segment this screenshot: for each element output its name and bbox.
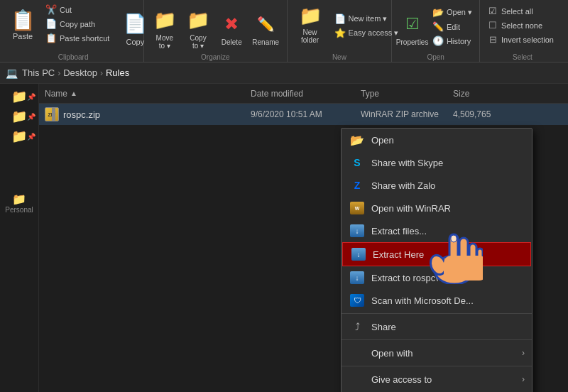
- file-date-cell: 9/6/2020 10:51 AM: [251, 109, 361, 119]
- sidebar-item-personal[interactable]: 📁 Personal: [0, 189, 38, 217]
- ctx-winrar-icon: W: [350, 201, 364, 215]
- easy-access-icon: ⭐: [334, 28, 346, 38]
- ctx-defender-icon: 🛡: [350, 293, 364, 307]
- rename-button[interactable]: ✏️ Rename: [249, 3, 283, 54]
- new-item-label: New item ▾: [349, 14, 388, 23]
- ctx-give-access[interactable]: Give access to ›: [342, 368, 532, 391]
- delete-icon: ✖: [219, 11, 244, 37]
- open-group: ☑ Properties 📂 Open ▾ ✏️ Edit 🕐 History …: [392, 0, 480, 62]
- ctx-open-winrar[interactable]: W Open with WinRAR: [342, 197, 532, 219]
- col-header-type[interactable]: Type: [361, 89, 453, 99]
- delete-button[interactable]: ✖ Delete: [216, 3, 248, 54]
- breadcrumb-desktop[interactable]: Desktop: [63, 67, 97, 78]
- ctx-share-icon: ⤴: [350, 320, 364, 334]
- ctx-sep-1: [342, 313, 532, 314]
- copy-to-label: Copyto ▾: [190, 34, 206, 50]
- ctx-extract-here-label: Extract Here: [373, 249, 522, 260]
- sidebar-item-1[interactable]: 📁 📌: [0, 87, 38, 107]
- sidebar-personal-label: Personal: [5, 206, 33, 214]
- sidebar-label-2: 📁: [11, 109, 27, 124]
- pin-icon-1: 📌: [27, 93, 36, 101]
- ctx-open[interactable]: 📂 Open: [342, 129, 532, 151]
- ctx-give-access-icon: [350, 372, 364, 386]
- ctx-open-with[interactable]: Open with ›: [342, 342, 532, 364]
- ctx-extract-to-label: Extract to rospc\: [371, 273, 523, 283]
- new-label: New: [288, 53, 392, 61]
- ctx-extract-files[interactable]: ↓ Extract files...: [342, 219, 532, 242]
- select-group: ☑ Select all ☐ Select none ⊟ Invert sele…: [480, 0, 565, 62]
- table-row[interactable]: ZIP rospc.zip 9/6/2020 10:51 AM WinRAR Z…: [39, 104, 568, 125]
- sidebar-item-3[interactable]: 📁 📌: [0, 126, 38, 146]
- new-item-icon: 📄: [334, 13, 346, 24]
- copy-to-button[interactable]: 📁 Copyto ▾: [182, 3, 214, 54]
- col-header-size[interactable]: Size: [453, 89, 562, 99]
- move-to-button[interactable]: 📁 Moveto ▾: [148, 3, 180, 54]
- select-all-button[interactable]: ☑ Select all: [484, 4, 536, 18]
- sidebar-item-2[interactable]: 📁 📌: [0, 107, 38, 126]
- paste-button[interactable]: 📋 Paste: [7, 3, 38, 45]
- file-list-header: Name ▲ Date modified Type Size: [39, 84, 568, 104]
- invert-selection-label: Invert selection: [501, 36, 554, 44]
- invert-selection-button[interactable]: ⊟ Invert selection: [484, 33, 557, 46]
- file-name-cell: ZIP rospc.zip: [45, 107, 251, 121]
- ctx-scan-defender[interactable]: 🛡 Scan with Microsoft De...: [342, 289, 532, 312]
- new-item-button[interactable]: 📄 New item ▾: [332, 12, 402, 26]
- ctx-open-with-label: Open with: [371, 348, 523, 359]
- clipboard-small-btns: ✂️ Cut 📄 Copy path 📋 Paste shortcut: [43, 3, 112, 45]
- properties-button[interactable]: ☑ Properties: [396, 3, 428, 54]
- ctx-zalo-icon: Z: [350, 178, 364, 192]
- ctx-share-skype[interactable]: S Share with Skype: [342, 151, 532, 174]
- file-type-cell: WinRAR ZIP archive: [361, 109, 453, 119]
- zip-file-icon: ZIP: [45, 107, 59, 121]
- breadcrumb-sep-1: ›: [58, 68, 60, 78]
- properties-label: Properties: [396, 38, 429, 46]
- ctx-open-icon: 📂: [350, 133, 364, 147]
- new-folder-button[interactable]: 📁 Newfolder: [292, 3, 329, 45]
- open-group-label: Open: [392, 53, 479, 61]
- copy-path-button[interactable]: 📄 Copy path: [43, 17, 112, 31]
- cut-button[interactable]: ✂️ Cut: [43, 3, 112, 16]
- ctx-extract-to-icon: ↓: [350, 271, 364, 285]
- ctx-open-with-icon: [350, 346, 364, 360]
- ctx-extract-here-icon: ↓: [351, 247, 366, 261]
- file-size-cell: 4,509,765: [453, 109, 562, 119]
- rename-icon: ✏️: [253, 11, 278, 37]
- pin-icon-2: 📌: [27, 113, 36, 121]
- breadcrumb-this-pc[interactable]: This PC: [22, 67, 55, 78]
- invert-selection-icon: ⊟: [487, 34, 498, 45]
- ctx-share[interactable]: ⤴ Share: [342, 315, 532, 338]
- copy-to-icon: 📁: [185, 7, 211, 33]
- open-button[interactable]: 📂 Open ▾: [430, 6, 475, 19]
- delete-label: Delete: [222, 38, 242, 46]
- move-to-icon: 📁: [152, 7, 178, 33]
- history-label: History: [447, 37, 471, 45]
- organize-label: Organize: [144, 53, 286, 61]
- ctx-skype-icon: S: [350, 156, 364, 170]
- select-none-label: Select none: [501, 21, 542, 30]
- sidebar-label-3: 📁: [11, 129, 27, 144]
- paste-shortcut-button[interactable]: 📋 Paste shortcut: [43, 31, 112, 45]
- ctx-share-zalo[interactable]: Z Share with Zalo: [342, 174, 532, 197]
- paste-shortcut-label: Paste shortcut: [60, 34, 109, 43]
- breadcrumb-sep-2: ›: [100, 68, 103, 78]
- sidebar: 📁 📌 📁 📌 📁 📌 📁 Personal: [0, 84, 39, 392]
- edit-button[interactable]: ✏️ Edit: [430, 20, 475, 33]
- edit-label: Edit: [447, 23, 460, 31]
- paste-shortcut-icon: 📋: [45, 33, 57, 43]
- history-icon: 🕐: [432, 36, 444, 46]
- ctx-extract-to[interactable]: ↓ Extract to rospc\: [342, 266, 532, 289]
- open-label: Open ▾: [447, 8, 472, 17]
- copy-path-label: Copy path: [60, 20, 95, 28]
- col-header-date[interactable]: Date modified: [251, 89, 361, 99]
- sidebar-personal-icon: 📁: [12, 192, 26, 206]
- ctx-extract-here[interactable]: ↓ Extract Here: [342, 242, 531, 266]
- select-none-button[interactable]: ☐ Select none: [484, 18, 545, 32]
- history-button[interactable]: 🕐 History: [430, 34, 475, 48]
- easy-access-button[interactable]: ⭐ Easy access ▾: [332, 26, 402, 40]
- clipboard-label: Clipboard: [3, 53, 143, 61]
- col-header-name[interactable]: Name ▲: [45, 89, 251, 99]
- col-name-label: Name: [45, 89, 67, 99]
- ctx-give-access-arrow: ›: [522, 374, 525, 384]
- context-menu: 📂 Open S Share with Skype Z Share with Z…: [341, 128, 532, 392]
- ctx-sep-3: [342, 366, 532, 366]
